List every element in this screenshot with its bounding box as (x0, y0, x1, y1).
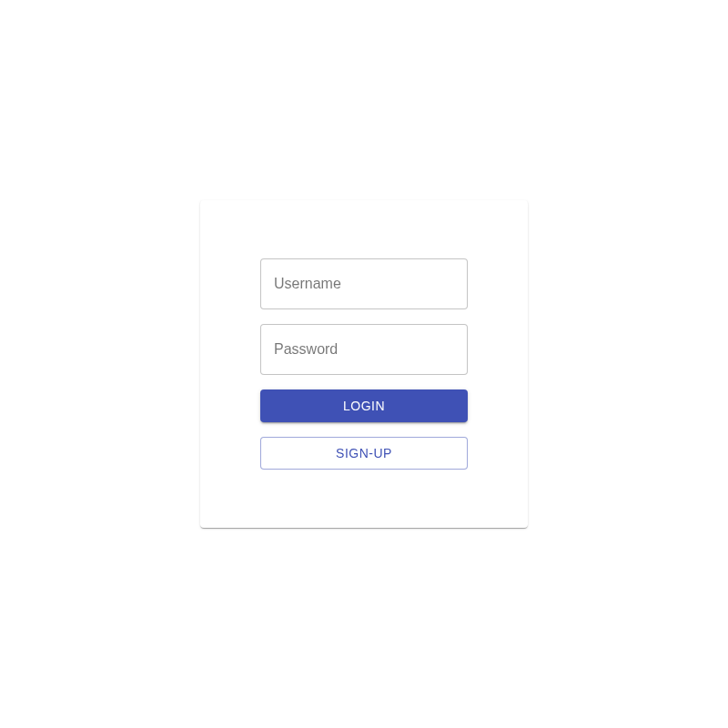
username-field-wrapper: Username (260, 258, 468, 309)
login-card: Username Password Login Sign-up (200, 200, 528, 528)
password-field-wrapper: Password (260, 324, 468, 375)
login-button[interactable]: Login (260, 389, 468, 422)
page: Username Password Login Sign-up (0, 0, 728, 728)
login-form: Username Password Login Sign-up (260, 258, 468, 470)
signup-button[interactable]: Sign-up (260, 437, 468, 470)
username-input[interactable] (274, 275, 454, 293)
password-input[interactable] (274, 340, 454, 359)
